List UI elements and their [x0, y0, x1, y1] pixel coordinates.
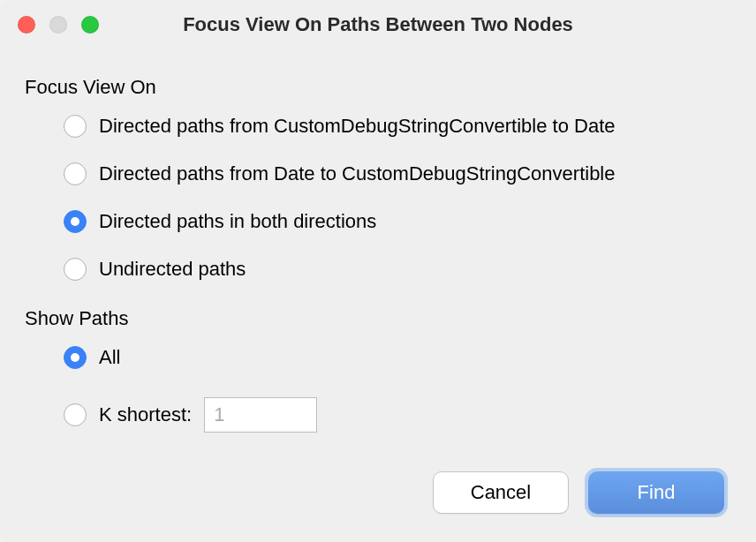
- radio-label: K shortest:: [99, 403, 192, 426]
- show-paths-group: All K shortest:: [64, 346, 731, 433]
- radio-icon: [64, 258, 87, 281]
- radio-label: All: [99, 346, 120, 369]
- dialog-window: Focus View On Paths Between Two Nodes Fo…: [0, 0, 756, 542]
- radio-icon: [64, 346, 87, 369]
- radio-all-paths[interactable]: All: [64, 346, 731, 369]
- window-title: Focus View On Paths Between Two Nodes: [0, 13, 756, 36]
- button-row: Cancel Find: [25, 471, 731, 521]
- radio-directed-a-to-b[interactable]: Directed paths from CustomDebugStringCon…: [64, 115, 731, 138]
- cancel-button[interactable]: Cancel: [433, 471, 569, 514]
- button-label: Cancel: [471, 481, 531, 504]
- button-label: Find: [638, 481, 676, 504]
- radio-label: Directed paths from CustomDebugStringCon…: [99, 115, 616, 138]
- show-paths-label: Show Paths: [25, 307, 731, 330]
- radio-icon: [64, 162, 87, 185]
- radio-icon: [64, 115, 87, 138]
- close-icon[interactable]: [18, 16, 35, 34]
- radio-icon: [64, 403, 87, 426]
- focus-view-label: Focus View On: [25, 76, 731, 99]
- radio-label: Directed paths in both directions: [99, 210, 376, 233]
- radio-undirected[interactable]: Undirected paths: [64, 258, 731, 281]
- zoom-icon[interactable]: [81, 16, 99, 34]
- titlebar: Focus View On Paths Between Two Nodes: [0, 0, 756, 49]
- dialog-content: Focus View On Directed paths from Custom…: [0, 49, 756, 542]
- find-button[interactable]: Find: [588, 471, 724, 514]
- traffic-lights: [18, 16, 99, 34]
- radio-label: Directed paths from Date to CustomDebugS…: [99, 162, 616, 185]
- radio-icon: [64, 210, 87, 233]
- radio-label: Undirected paths: [99, 258, 246, 281]
- radio-both-directions[interactable]: Directed paths in both directions: [64, 210, 731, 233]
- focus-view-group: Directed paths from CustomDebugStringCon…: [64, 115, 731, 281]
- radio-k-shortest[interactable]: K shortest:: [64, 397, 731, 433]
- k-shortest-input[interactable]: [204, 397, 317, 433]
- minimize-icon: [49, 16, 67, 34]
- radio-directed-b-to-a[interactable]: Directed paths from Date to CustomDebugS…: [64, 162, 731, 185]
